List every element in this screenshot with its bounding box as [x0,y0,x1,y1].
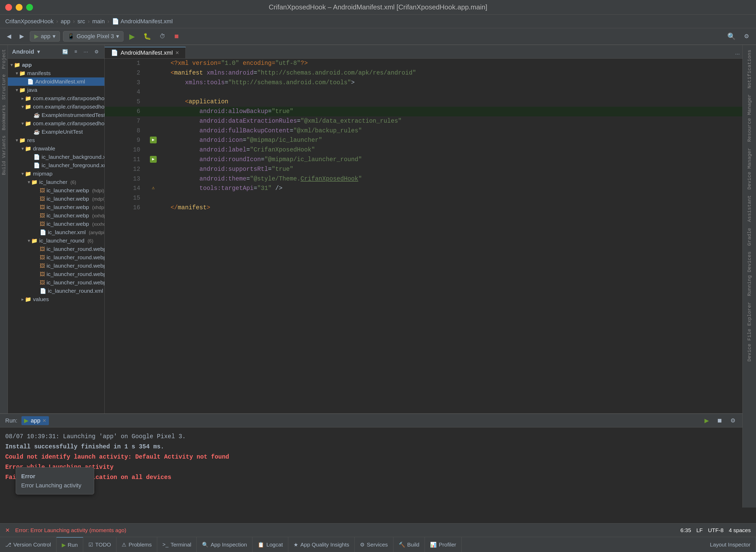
code-line-14[interactable]: 14 ⚠ tools:targetApi="31" /> [105,184,742,193]
tree-item-ic-launcher-round[interactable]: ▾ 📁 ic_launcher_round (6) [8,237,104,245]
gear-icon[interactable]: ⚙ [93,48,100,55]
build-variants-panel-button[interactable]: Build Variants [1,134,7,176]
tree-item-pkg3[interactable]: ▾ 📁 com.example.crifanxposedhook (test) [8,119,104,128]
version-control-tool[interactable]: ⎇ Version Control [0,537,56,552]
minimize-button[interactable] [16,4,22,11]
tree-item-ic-l-anydpi[interactable]: 📄 ic_launcher.xml (anydpi-v26) [8,228,104,237]
app-inspection-tool[interactable]: 🔍 App Inspection [197,537,253,552]
assistant-button[interactable]: Assistant [746,193,753,224]
tree-item-ic-lr-anydpi[interactable]: 📄 ic_launcher_round.xml (anydpi-v26) [8,287,104,295]
tree-item-ic-lr-mdpi[interactable]: 🖼 ic_launcher_round.webp (mdpi) [8,253,104,262]
back-button[interactable]: ◀ [4,31,14,41]
code-line-12[interactable]: 12 android:supportsRtl="true" [105,164,742,174]
services-tool[interactable]: ⚙ Services [355,537,394,552]
tree-item-ic-l-xhdpi[interactable]: 🖼 ic_launcher.webp (xhdpi) [8,203,104,212]
run-restart-button[interactable]: ▶ [702,416,712,426]
sync-button[interactable]: 🔄 [61,48,69,55]
tree-item-ic-bg[interactable]: 📄 ic_launcher_background.xml [8,153,104,161]
tree-item-app[interactable]: ▾ 📁 app [8,61,104,69]
tree-item-ic-l-hdpi[interactable]: 🖼 ic_launcher.webp (hdpi) [8,186,104,195]
logcat-tool[interactable]: 📋 Logcat [253,537,288,552]
code-line-8[interactable]: 8 android:fullBackupContent="@xml/backup… [105,126,742,136]
build-tool[interactable]: 🔨 Build [394,537,425,552]
notifications-panel-button[interactable]: Notifications [746,47,753,91]
tree-item-ic-l-xxhdpi[interactable]: 🖼 ic_launcher.webp (xxhdpi) [8,212,104,220]
run-tool[interactable]: ▶ Run [56,537,84,552]
settings-button[interactable]: ⚙ [741,31,752,41]
run-tab-close-icon[interactable]: ✕ [42,418,46,424]
editor-tab-androidmanifest[interactable]: 📄 AndroidManifest.xml ✕ [105,47,186,58]
run-tab-app[interactable]: ▶ app ✕ [21,416,49,425]
profiler-tool[interactable]: 📊 Profiler [425,537,462,552]
maximize-button[interactable] [26,4,33,11]
tree-item-values[interactable]: ▸ 📁 values [8,295,104,303]
collapse-all-button[interactable]: ≡ [73,48,79,55]
profile-button[interactable]: ⏱ [157,31,168,41]
tree-item-ic-lr-hdpi[interactable]: 🖼 ic_launcher_round.webp (hdpi) [8,245,104,253]
code-line-5[interactable]: 5 <application [105,97,742,107]
project-panel-button[interactable]: Project [1,47,7,71]
structure-panel-button[interactable]: Structure [1,73,7,101]
app-dropdown[interactable]: ▶ app ▾ [30,31,60,41]
code-line-10[interactable]: 10 android:label="CrifanXposedHook" [105,145,742,155]
code-line-9[interactable]: 9 ▶ android:icon="@mipmap/ic_launcher" [105,136,742,145]
terminal-tool[interactable]: >_ Terminal [157,537,197,552]
device-dropdown[interactable]: 📱 Google Pixel 3 ▾ [63,31,124,41]
breadcrumb-item[interactable]: app [61,18,70,25]
recent-files-button[interactable]: ⋯ [733,49,742,58]
app-quality-tool[interactable]: ★ App Quality Insights [288,537,355,552]
tree-item-instrumentedtest[interactable]: ☕ ExampleInstrumentedTest [8,111,104,119]
layout-inspector-tool[interactable]: Layout Inspector [705,537,756,552]
device-manager-button[interactable]: Device Manager [746,146,753,192]
tab-close-icon[interactable]: ✕ [175,50,179,56]
run-line-2: Install successfully finished in 1 s 354… [5,442,751,452]
bookmarks-panel-button[interactable]: Bookmarks [1,103,7,132]
tree-item-ic-fg[interactable]: 📄 ic_launcher_foreground.xml (v24) [8,161,104,169]
breadcrumb-item[interactable]: CrifanXposedHook [5,18,54,25]
code-line-15[interactable]: 15 [105,193,742,203]
tree-item-ic-l-mdpi[interactable]: 🖼 ic_launcher.webp (mdpi) [8,195,104,203]
running-devices-button[interactable]: Running Devices [746,249,753,298]
forward-button[interactable]: ▶ [17,31,27,41]
tree-item-pkg2[interactable]: ▾ 📁 com.example.crifanxposedhook (androi… [8,103,104,111]
tree-item-unittest[interactable]: ☕ ExampleUnitTest [8,128,104,136]
code-line-6[interactable]: 6 android:allowBackup="true" [105,107,742,116]
breadcrumb-item[interactable]: src [78,18,85,25]
tree-item-manifests[interactable]: ▾ 📁 manifests [8,69,104,78]
tree-item-ic-lr-xhdpi[interactable]: 🖼 ic_launcher_round.webp (xhdpi) [8,262,104,270]
code-line-4[interactable]: 4 [105,88,742,97]
tree-item-ic-launcher[interactable]: ▾ 📁 ic_launcher (6) [8,178,104,186]
run-stop-button[interactable]: ⏹ [714,416,725,426]
tree-item-drawable[interactable]: ▾ 📁 drawable [8,144,104,153]
problems-tool[interactable]: ⚠ Problems [116,537,157,552]
code-line-7[interactable]: 7 android:dataExtractionRules="@xml/data… [105,116,742,126]
more-button[interactable]: ⋯ [82,48,90,55]
tree-item-res[interactable]: ▾ 📁 res [8,136,104,144]
tree-item-ic-lr-xxxhdpi[interactable]: 🖼 ic_launcher_round.webp (xxxhdpi) [8,278,104,287]
tree-item-ic-l-xxxhdpi[interactable]: 🖼 ic_launcher.webp (xxxhdpi) [8,220,104,228]
todo-tool[interactable]: ☑ TODO [83,537,116,552]
device-file-explorer-button[interactable]: Device File Explorer [746,300,753,364]
tooltip-message: Error Launching activity [21,481,89,490]
run-settings-button[interactable]: ⚙ [728,416,738,426]
code-line-2[interactable]: 2 <manifest xmlns:android="http://schema… [105,68,742,78]
code-line-3[interactable]: 3 xmlns:tools="http://schemas.android.co… [105,78,742,88]
close-button[interactable] [5,4,12,11]
code-line-11[interactable]: 11 ▶ android:roundIcon="@mipmap/ic_launc… [105,155,742,164]
resource-manager-button[interactable]: Resource Manager [746,92,753,144]
tree-item-ic-lr-xxhdpi[interactable]: 🖼 ic_launcher_round.webp (xxhdpi) [8,270,104,278]
breadcrumb-item[interactable]: main [92,18,105,25]
gradle-button[interactable]: Gradle [746,226,753,248]
code-line-1[interactable]: 1 <?xml version="1.0" encoding="utf-8"?> [105,58,742,68]
run-button[interactable]: ▶ [127,31,138,42]
stop-button[interactable]: ⏹ [171,31,182,41]
search-button[interactable]: 🔍 [725,31,738,42]
debug-button[interactable]: 🐛 [141,31,154,41]
code-line-13[interactable]: 13 android:theme="@style/Theme.CrifanXpo… [105,174,742,184]
tree-item-pkg1[interactable]: ▸ 📁 com.example.crifanxposedhook [8,94,104,103]
tree-item-mipmap[interactable]: ▾ 📁 mipmap [8,169,104,178]
code-line-16[interactable]: 16 </manifest> [105,203,742,213]
tree-item-java[interactable]: ▾ 📁 java [8,86,104,94]
tree-item-androidmanifest[interactable]: 📄 AndroidManifest.xml [8,78,104,86]
breadcrumb-item[interactable]: 📄AndroidManifest.xml [112,18,173,25]
